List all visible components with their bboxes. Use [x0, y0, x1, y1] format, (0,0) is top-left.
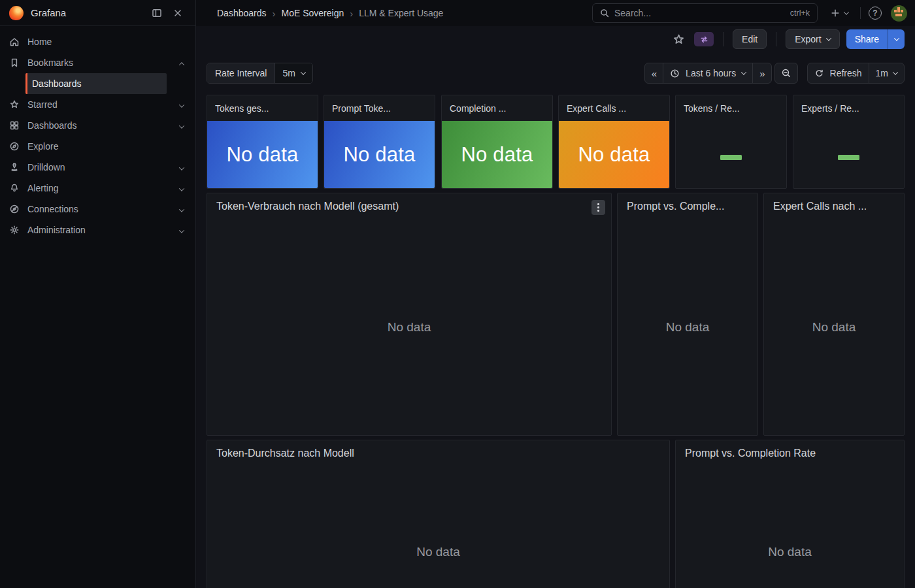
- sidebar-header: Grafana: [0, 0, 195, 26]
- breadcrumb-separator-icon: ›: [350, 8, 353, 19]
- panel-prompt-vs-completion-rate: Prompt vs. Completion Rate No data: [675, 440, 905, 588]
- clock-icon: [670, 69, 680, 78]
- chevron-down-icon: [893, 35, 899, 41]
- search-input[interactable]: [614, 8, 790, 18]
- sidebar-nav: Home Bookmarks Dashboards Starred Dashbo…: [0, 26, 195, 240]
- chevron-down-icon: [825, 35, 831, 41]
- apps-icon: [9, 120, 20, 131]
- panel-header[interactable]: Prompt vs. Comple...: [618, 193, 757, 220]
- panel-token-durchsatz-nach-modell: Token-Durchsatz nach Modell No data: [207, 440, 670, 588]
- new-button[interactable]: [827, 6, 852, 20]
- main-area: Dashboards › MoE Sovereign › LLM & Exper…: [196, 0, 915, 588]
- breadcrumb: Dashboards › MoE Sovereign › LLM & Exper…: [217, 8, 443, 19]
- time-shift-forward-button[interactable]: »: [753, 63, 771, 83]
- panel-left-icon: [152, 8, 162, 18]
- user-avatar[interactable]: [891, 5, 907, 22]
- sidebar-item-alerting[interactable]: Alerting: [0, 178, 195, 199]
- panel-body: No data: [207, 220, 611, 435]
- rate-interval-label: Rate Interval: [207, 63, 275, 83]
- panel-expert-calls-nach: Expert Calls nach ... No data: [763, 193, 905, 436]
- plus-icon: [831, 8, 840, 18]
- time-controls: « Last 6 hours » Refresh 1m: [644, 63, 905, 84]
- sidebar-item-drilldown[interactable]: Drilldown: [0, 157, 195, 178]
- stat-value-area: No data: [324, 121, 435, 188]
- sidebar-item-starred[interactable]: Starred: [0, 94, 195, 115]
- sidebar-item-bookmarks[interactable]: Bookmarks: [0, 52, 195, 73]
- bookmark-icon: [9, 57, 20, 68]
- nav-actions: ?: [827, 5, 907, 22]
- panel-header[interactable]: Expert Calls nach ...: [764, 193, 904, 220]
- sidebar-item-administration[interactable]: Administration: [0, 220, 195, 240]
- stat-value-area: No data: [559, 121, 669, 188]
- panel-header[interactable]: Expert Calls ...: [559, 95, 669, 121]
- edit-button[interactable]: Edit: [733, 29, 767, 49]
- breadcrumb-separator-icon: ›: [273, 8, 276, 19]
- refresh-button[interactable]: Refresh: [808, 63, 869, 83]
- breadcrumb-folder[interactable]: MoE Sovereign: [282, 8, 344, 18]
- stat-value-area: No data: [442, 121, 552, 188]
- panel-header[interactable]: Experts / Re...: [793, 95, 904, 121]
- panel-menu-button[interactable]: [591, 200, 605, 215]
- breadcrumb-current: LLM & Expert Usage: [359, 8, 443, 18]
- panel-header[interactable]: Tokens / Re...: [676, 95, 786, 121]
- chevron-down-icon: [844, 9, 849, 14]
- search-shortcut: ctrl+k: [790, 8, 810, 18]
- dashboard-controls: Rate Interval 5m « Last 6 hours »: [207, 63, 905, 84]
- chevron-down-icon: [179, 102, 184, 107]
- search-icon: [600, 8, 609, 18]
- bell-icon: [9, 183, 20, 193]
- sidebar-item-home[interactable]: Home: [0, 31, 195, 52]
- share-menu-button[interactable]: [888, 29, 905, 49]
- star-icon: [9, 99, 20, 110]
- top-navigation: Dashboards › MoE Sovereign › LLM & Exper…: [196, 0, 915, 26]
- drilldown-icon: [9, 162, 20, 172]
- refresh-group: Refresh 1m: [807, 63, 905, 84]
- active-accent-bar: [25, 73, 27, 94]
- chevron-up-icon: [179, 62, 184, 67]
- refresh-interval-select[interactable]: 1m: [869, 63, 904, 83]
- close-icon: [173, 8, 182, 18]
- breadcrumb-dashboards[interactable]: Dashboards: [217, 8, 267, 18]
- share-button-group: Share: [846, 29, 905, 49]
- panel-header[interactable]: Token-Verbrauch nach Modell (gesamt): [207, 193, 611, 220]
- help-icon[interactable]: ?: [869, 7, 882, 20]
- share-button[interactable]: Share: [846, 29, 888, 49]
- no-value-dash: [720, 155, 742, 160]
- dynamic-dashboard-badge[interactable]: [694, 32, 714, 46]
- plug-icon: [9, 204, 20, 214]
- rate-interval-control: Rate Interval 5m: [207, 63, 313, 84]
- panel-header[interactable]: Token-Durchsatz nach Modell: [207, 440, 669, 466]
- stat-value-area: No data: [207, 121, 318, 188]
- sidebar: Grafana Home Bookmarks Dashboards Starre…: [0, 0, 196, 588]
- chevron-down-icon: [179, 123, 184, 128]
- search-box[interactable]: ctrl+k: [592, 3, 818, 23]
- panel-prompt-vs-completion: Prompt vs. Comple... No data: [617, 193, 758, 436]
- swap-arrows-icon: [699, 35, 709, 44]
- export-button[interactable]: Export: [786, 29, 839, 49]
- sidebar-item-dashboards[interactable]: Dashboards: [0, 115, 195, 136]
- rate-interval-select[interactable]: 5m: [275, 63, 312, 83]
- sidebar-item-explore[interactable]: Explore: [0, 136, 195, 157]
- chevron-down-icon: [179, 165, 184, 170]
- chevron-down-icon: [301, 69, 306, 74]
- favorite-button[interactable]: [669, 30, 688, 48]
- divider: [776, 32, 776, 46]
- chevron-down-icon: [741, 69, 746, 74]
- stat-panel-tokens-total: Tokens ges... No data: [207, 95, 318, 189]
- panel-body: No data: [618, 220, 757, 435]
- sidebar-item-connections[interactable]: Connections: [0, 199, 195, 220]
- panel-header[interactable]: Completion ...: [442, 95, 552, 121]
- time-range-picker[interactable]: Last 6 hours: [663, 63, 753, 83]
- chevron-down-icon: [179, 186, 184, 191]
- compass-icon: [9, 141, 20, 152]
- panel-header[interactable]: Tokens ges...: [207, 95, 318, 121]
- panel-header[interactable]: Prompt Toke...: [324, 95, 435, 121]
- zoom-out-time-button[interactable]: [774, 63, 798, 84]
- panel-header[interactable]: Prompt vs. Completion Rate: [676, 440, 904, 466]
- sidebar-item-bookmarks-dashboards[interactable]: Dashboards: [25, 73, 167, 94]
- dock-sidebar-button[interactable]: [148, 5, 165, 22]
- home-icon: [9, 37, 20, 47]
- time-shift-back-button[interactable]: «: [645, 63, 663, 83]
- gear-icon: [9, 225, 20, 235]
- close-sidebar-button[interactable]: [169, 5, 186, 22]
